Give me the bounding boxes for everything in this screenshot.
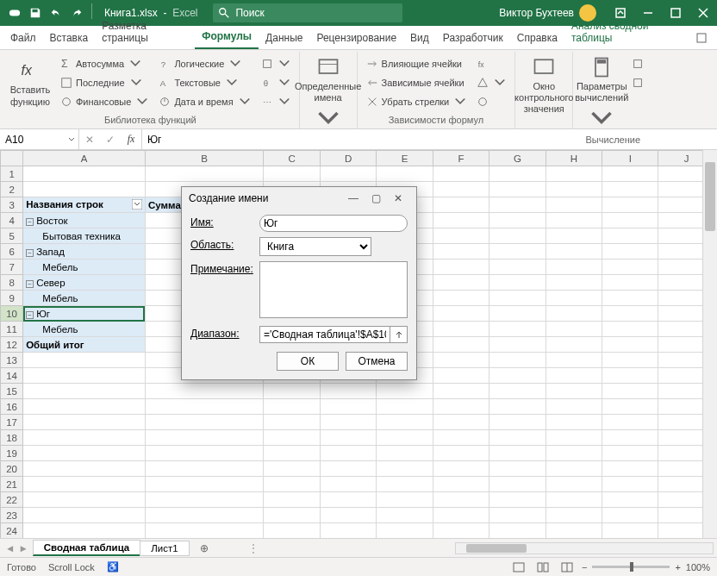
cell[interactable] bbox=[433, 291, 489, 306]
tab-review[interactable]: Рецензирование bbox=[309, 27, 403, 49]
sheet-tab-sheet1[interactable]: Лист1 bbox=[140, 541, 189, 556]
cell[interactable] bbox=[23, 446, 146, 461]
row-header[interactable]: 8 bbox=[1, 275, 23, 291]
row-header[interactable]: 5 bbox=[1, 228, 23, 244]
cell[interactable] bbox=[489, 368, 546, 384]
cell[interactable] bbox=[377, 399, 433, 415]
cell[interactable] bbox=[546, 384, 602, 399]
financial-functions-button[interactable]: Финансовые bbox=[57, 92, 152, 110]
column-header[interactable]: A bbox=[23, 151, 146, 166]
cell[interactable] bbox=[433, 415, 489, 430]
cell[interactable] bbox=[433, 461, 489, 477]
cell[interactable] bbox=[145, 446, 263, 461]
tab-page-layout[interactable]: Разметка страницы bbox=[95, 15, 195, 49]
cell[interactable] bbox=[602, 244, 658, 260]
cell[interactable] bbox=[433, 384, 489, 399]
cell[interactable] bbox=[489, 244, 546, 260]
trace-precedents-button[interactable]: Влияющие ячейки bbox=[363, 54, 471, 72]
cell[interactable] bbox=[377, 477, 433, 492]
cell[interactable] bbox=[546, 508, 602, 523]
cell[interactable] bbox=[433, 228, 489, 244]
calculate-now-button[interactable] bbox=[628, 54, 647, 72]
cell[interactable] bbox=[602, 461, 658, 477]
cell[interactable] bbox=[145, 166, 263, 182]
evaluate-formula-button[interactable] bbox=[473, 92, 509, 110]
cell[interactable] bbox=[489, 477, 546, 492]
cell[interactable] bbox=[23, 353, 146, 368]
cell[interactable] bbox=[433, 197, 489, 213]
cell[interactable] bbox=[320, 430, 376, 446]
tab-view[interactable]: Вид bbox=[403, 27, 436, 49]
cell[interactable] bbox=[546, 291, 602, 306]
cell[interactable] bbox=[546, 306, 602, 322]
column-header[interactable]: G bbox=[489, 151, 546, 166]
cell[interactable] bbox=[377, 446, 433, 461]
cell[interactable] bbox=[377, 508, 433, 523]
cell[interactable] bbox=[489, 260, 546, 275]
column-header[interactable]: F bbox=[433, 151, 489, 166]
cell[interactable] bbox=[602, 492, 658, 508]
cell[interactable] bbox=[433, 260, 489, 275]
row-header[interactable]: 18 bbox=[1, 430, 23, 446]
dialog-minimize-button[interactable]: — bbox=[342, 192, 365, 204]
cell[interactable] bbox=[489, 492, 546, 508]
comment-textarea[interactable] bbox=[259, 261, 408, 318]
name-box[interactable]: A10 bbox=[0, 129, 79, 149]
ok-button[interactable]: ОК bbox=[277, 352, 339, 371]
row-header[interactable]: 13 bbox=[1, 353, 23, 368]
cell[interactable] bbox=[489, 337, 546, 353]
dialog-maximize-button[interactable]: ▢ bbox=[365, 192, 387, 204]
cell[interactable] bbox=[546, 492, 602, 508]
cell[interactable] bbox=[602, 228, 658, 244]
row-header[interactable]: 14 bbox=[1, 368, 23, 384]
row-header[interactable]: 11 bbox=[1, 322, 23, 337]
cell[interactable] bbox=[145, 477, 263, 492]
tab-file[interactable]: Файл bbox=[3, 27, 43, 49]
cell[interactable] bbox=[489, 275, 546, 291]
row-header[interactable]: 17 bbox=[1, 415, 23, 430]
tab-help[interactable]: Справка bbox=[510, 27, 564, 49]
chevron-down-icon[interactable] bbox=[68, 136, 75, 143]
calculation-options-button[interactable]: Параметры вычислений bbox=[577, 53, 627, 133]
defined-names-button[interactable]: Определенные имена bbox=[303, 53, 353, 133]
remove-arrows-button[interactable]: Убрать стрелки bbox=[363, 92, 471, 110]
cell[interactable] bbox=[546, 523, 602, 539]
tab-formulas[interactable]: Формулы bbox=[195, 25, 259, 49]
enter-formula-button[interactable]: ✓ bbox=[100, 134, 121, 146]
cell[interactable] bbox=[23, 430, 146, 446]
logical-functions-button[interactable]: ?Логические bbox=[155, 54, 253, 72]
cell[interactable] bbox=[23, 523, 146, 539]
cell[interactable] bbox=[377, 492, 433, 508]
column-header[interactable]: C bbox=[264, 151, 320, 166]
scope-select[interactable]: Книга bbox=[259, 237, 371, 256]
cell[interactable] bbox=[489, 306, 546, 322]
cell[interactable] bbox=[489, 228, 546, 244]
cell[interactable] bbox=[489, 322, 546, 337]
sheet-nav-next[interactable]: ► bbox=[18, 543, 28, 554]
cell[interactable] bbox=[489, 384, 546, 399]
save-icon[interactable] bbox=[26, 3, 45, 22]
trace-dependents-button[interactable]: Зависимые ячейки bbox=[363, 73, 471, 91]
cell[interactable] bbox=[546, 477, 602, 492]
row-header[interactable]: 7 bbox=[1, 260, 23, 275]
cell[interactable] bbox=[145, 384, 263, 399]
zoom-out-button[interactable]: − bbox=[582, 562, 587, 572]
cell[interactable] bbox=[602, 306, 658, 322]
cell[interactable] bbox=[602, 353, 658, 368]
cell[interactable] bbox=[546, 197, 602, 213]
cell[interactable] bbox=[602, 166, 658, 182]
cell[interactable] bbox=[546, 322, 602, 337]
fx-button[interactable]: fx bbox=[121, 133, 141, 146]
cell[interactable] bbox=[433, 182, 489, 197]
insert-function-button[interactable]: fx Вставить функцию bbox=[5, 53, 55, 113]
column-header[interactable]: I bbox=[602, 151, 658, 166]
autosum-button[interactable]: ΣАвтосумма bbox=[57, 54, 152, 72]
cell[interactable] bbox=[320, 492, 376, 508]
cell[interactable] bbox=[489, 213, 546, 228]
cell[interactable] bbox=[264, 415, 320, 430]
cell[interactable] bbox=[602, 399, 658, 415]
zoom-level[interactable]: 100% bbox=[686, 562, 710, 572]
sheet-tab-pivot[interactable]: Сводная таблица bbox=[33, 540, 140, 556]
cell[interactable] bbox=[546, 430, 602, 446]
view-normal-button[interactable] bbox=[509, 560, 528, 575]
